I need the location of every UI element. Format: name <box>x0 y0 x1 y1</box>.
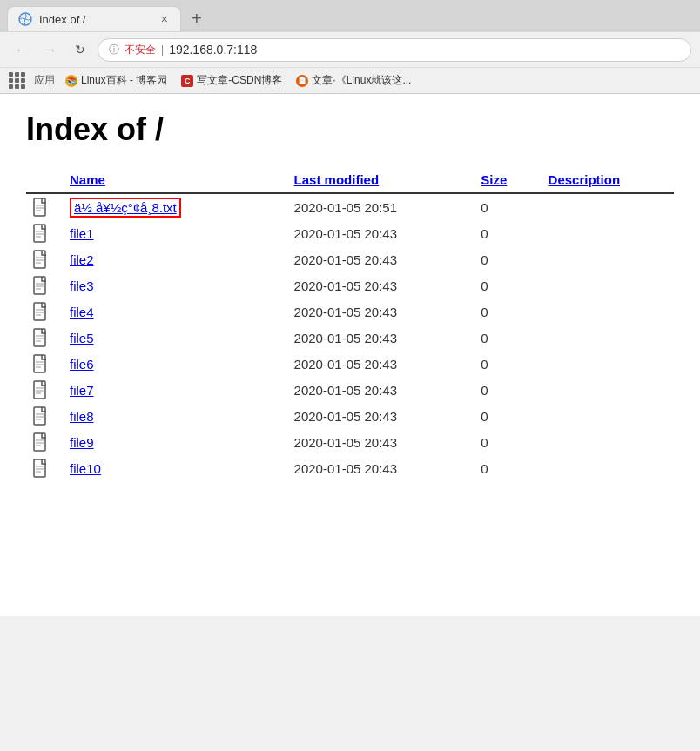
file-name-cell: ä½ å¥½ç°¢å¸8.txt <box>63 193 287 220</box>
table-row: file72020-01-05 20:430 <box>26 377 674 403</box>
file-date-cell: 2020-01-05 20:43 <box>287 220 475 246</box>
file-size-cell: 0 <box>474 220 541 246</box>
file-desc-cell <box>542 455 674 481</box>
back-button[interactable]: ← <box>9 37 33 62</box>
bookmark-linux-baike[interactable]: 📚 Linux百科 - 博客园 <box>62 71 171 90</box>
file-icon <box>33 224 49 243</box>
bookmark-label: 文章·《Linux就该这... <box>312 73 411 88</box>
file-link[interactable]: file6 <box>70 357 94 372</box>
tab-close-button[interactable]: × <box>159 12 170 26</box>
separator: | <box>161 44 164 56</box>
active-tab[interactable]: Index of / × <box>7 6 181 31</box>
file-name-cell: file3 <box>63 272 287 298</box>
file-link[interactable]: file5 <box>70 331 94 345</box>
file-name-cell: file9 <box>63 429 287 455</box>
apps-button[interactable] <box>9 72 25 89</box>
file-name-cell: file5 <box>63 325 287 351</box>
page-content: Index of / Name Last modified Size Descr… <box>0 94 700 616</box>
file-icon <box>33 459 49 478</box>
file-size-cell: 0 <box>474 246 541 272</box>
file-size-cell: 0 <box>474 325 541 351</box>
apps-dot <box>9 72 13 77</box>
svg-rect-1 <box>34 198 45 216</box>
file-icon <box>33 198 49 217</box>
file-link[interactable]: file8 <box>70 409 94 424</box>
address-bar[interactable]: ⓘ 不安全 | 192.168.0.7:118 <box>98 38 691 62</box>
file-icon-cell <box>26 351 63 377</box>
file-link[interactable]: file9 <box>70 435 94 450</box>
bookmark-csdn[interactable]: C 写文章-CSDN博客 <box>178 71 286 90</box>
file-date-cell: 2020-01-05 20:43 <box>287 377 475 403</box>
file-link[interactable]: ä½ å¥½ç°¢å¸8.txt <box>70 198 181 218</box>
svg-rect-29 <box>34 381 45 399</box>
file-size-cell: 0 <box>474 272 541 298</box>
file-icon <box>33 328 49 347</box>
file-date-cell: 2020-01-05 20:43 <box>287 272 475 298</box>
table-row: file82020-01-05 20:430 <box>26 403 674 429</box>
file-desc-cell <box>542 403 674 429</box>
th-description[interactable]: Description <box>542 165 674 193</box>
file-desc-cell <box>542 272 674 298</box>
file-icon-cell <box>26 403 63 429</box>
file-date-cell: 2020-01-05 20:43 <box>287 246 475 272</box>
browser-chrome: Index of / × + ← → ↻ ⓘ 不安全 | 192.168.0.7… <box>0 0 700 94</box>
apps-dot <box>21 78 25 83</box>
file-date-cell: 2020-01-05 20:43 <box>287 429 475 455</box>
table-row: ä½ å¥½ç°¢å¸8.txt2020-01-05 20:510 <box>26 193 674 220</box>
file-link[interactable]: file4 <box>70 305 94 319</box>
file-size-cell: 0 <box>474 377 541 403</box>
table-row: file52020-01-05 20:430 <box>26 325 674 351</box>
file-date-cell: 2020-01-05 20:43 <box>287 351 475 377</box>
file-link[interactable]: file10 <box>70 461 101 476</box>
file-desc-cell <box>542 246 674 272</box>
th-name[interactable]: Name <box>63 165 287 193</box>
file-size-cell: 0 <box>474 429 541 455</box>
svg-rect-33 <box>34 407 45 425</box>
bookmark-csdn-icon: C <box>181 75 193 87</box>
file-icon <box>33 250 49 269</box>
svg-rect-9 <box>34 251 45 268</box>
file-link[interactable]: file7 <box>70 383 94 398</box>
th-size[interactable]: Size <box>474 165 541 193</box>
th-icon-spacer <box>26 165 63 193</box>
apps-dot <box>9 78 13 83</box>
tab-title: Index of / <box>39 13 152 26</box>
file-link[interactable]: file1 <box>70 226 94 241</box>
forward-button[interactable]: → <box>38 37 63 62</box>
apps-label: 应用 <box>34 73 55 88</box>
file-name-cell: file6 <box>63 351 287 377</box>
apps-dot <box>21 84 25 89</box>
file-icon-cell <box>26 298 63 325</box>
file-desc-cell <box>542 377 674 403</box>
svg-rect-21 <box>34 329 45 346</box>
file-name-cell: file7 <box>63 377 287 403</box>
file-size-cell: 0 <box>474 298 541 325</box>
apps-dot <box>21 72 25 77</box>
tab-bar: Index of / × + <box>0 0 700 32</box>
page-title: Index of / <box>26 111 674 148</box>
reload-button[interactable]: ↻ <box>68 37 92 62</box>
file-icon-cell <box>26 325 63 351</box>
nav-bar: ← → ↻ ⓘ 不安全 | 192.168.0.7:118 <box>0 32 700 67</box>
file-name-cell: file10 <box>63 455 287 481</box>
file-desc-cell <box>542 325 674 351</box>
bookmark-linux-article[interactable]: 📄 文章·《Linux就该这... <box>293 71 414 90</box>
new-tab-button[interactable]: + <box>185 5 209 32</box>
file-size-cell: 0 <box>474 455 541 481</box>
file-date-cell: 2020-01-05 20:43 <box>287 298 475 325</box>
table-row: file42020-01-05 20:430 <box>26 298 674 325</box>
file-size-cell: 0 <box>474 403 541 429</box>
file-date-cell: 2020-01-05 20:43 <box>287 325 475 351</box>
bookmark-article-icon: 📄 <box>296 75 308 87</box>
file-icon-cell <box>26 455 63 481</box>
file-name-cell: file8 <box>63 403 287 429</box>
file-link[interactable]: file2 <box>70 252 94 267</box>
file-icon-cell <box>26 377 63 403</box>
file-name-cell: file4 <box>63 298 287 325</box>
th-last-modified[interactable]: Last modified <box>287 165 475 193</box>
file-link[interactable]: file3 <box>70 278 94 293</box>
bookmark-label: Linux百科 - 博客园 <box>81 73 167 88</box>
file-icon <box>33 380 49 399</box>
table-row: file92020-01-05 20:430 <box>26 429 674 455</box>
svg-rect-37 <box>34 433 45 451</box>
